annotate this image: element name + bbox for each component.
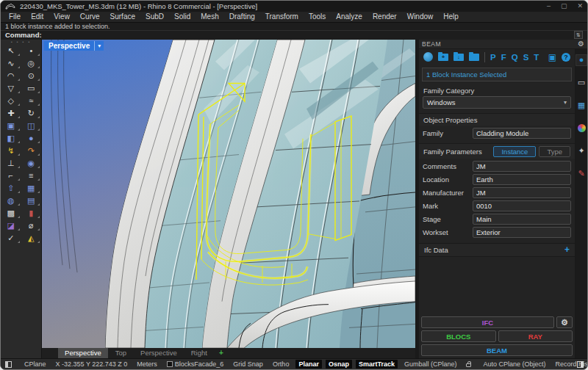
- boolean-icon[interactable]: ◉: [21, 157, 42, 170]
- cylinder-icon[interactable]: ◍: [1, 195, 21, 207]
- sphere-icon[interactable]: ●: [21, 132, 42, 145]
- viewport-tab[interactable]: Perspective: [58, 348, 108, 358]
- menu-item[interactable]: Help: [438, 12, 464, 22]
- parameter-input[interactable]: [473, 161, 571, 172]
- stairs-icon[interactable]: ▤: [21, 195, 42, 207]
- status-item[interactable]: Meters: [134, 360, 160, 369]
- beam-home-icon[interactable]: [423, 52, 433, 62]
- parameter-input[interactable]: [473, 187, 571, 198]
- viewport-tab[interactable]: Right: [184, 348, 214, 358]
- menu-item[interactable]: File: [4, 12, 26, 22]
- ifc-button[interactable]: IFC: [421, 316, 554, 328]
- point-icon[interactable]: •: [21, 45, 42, 57]
- menu-item[interactable]: Window: [402, 12, 439, 22]
- status-item[interactable]: Osnap: [326, 360, 352, 369]
- folder-icon[interactable]: [469, 54, 479, 61]
- extrude-icon[interactable]: ⇧: [1, 182, 21, 195]
- status-item[interactable]: [463, 360, 476, 368]
- material-icon[interactable]: ▮: [21, 207, 42, 220]
- panel-tab[interactable]: ✦: [576, 146, 587, 156]
- parameter-input[interactable]: [473, 200, 571, 211]
- panel-tab[interactable]: ●: [576, 55, 587, 65]
- beam-tool-letter-button[interactable]: P: [490, 53, 496, 62]
- cone-icon[interactable]: ◭: [21, 232, 42, 244]
- command-line[interactable]: Command: ⇅: [1, 30, 587, 40]
- mirror-icon[interactable]: ◫: [21, 120, 42, 132]
- close-button[interactable]: ✕: [577, 1, 583, 12]
- menu-item[interactable]: Render: [368, 12, 402, 22]
- command-history-spinner-icon[interactable]: ⇅: [574, 31, 583, 39]
- curve-icon[interactable]: ∿: [1, 57, 21, 70]
- menu-item[interactable]: Transform: [260, 12, 304, 22]
- joint-icon[interactable]: ⊥: [1, 157, 21, 170]
- panel-tab[interactable]: ▦: [576, 101, 587, 111]
- viewport-tab[interactable]: Perspective: [134, 348, 184, 358]
- ifc-settings-button[interactable]: ⚙: [556, 316, 573, 328]
- box-icon[interactable]: ◧: [1, 132, 21, 145]
- status-item[interactable]: X -32.355 Y 222.743 Z 0: [53, 360, 131, 369]
- menu-item[interactable]: Drafting: [224, 12, 260, 22]
- status-item[interactable]: Grid Snap: [230, 360, 266, 369]
- check-icon[interactable]: ✓: [1, 232, 21, 244]
- polyline-icon[interactable]: ▽: [1, 82, 21, 95]
- menu-item[interactable]: Mesh: [196, 12, 223, 22]
- command-prompt[interactable]: Command:: [5, 31, 42, 39]
- circle-icon[interactable]: ◎: [21, 57, 42, 70]
- help-icon[interactable]: ?: [562, 53, 570, 62]
- status-item[interactable]: Gumball (CPlane): [401, 360, 460, 369]
- instance-button[interactable]: Instance: [493, 146, 536, 157]
- beam-tool-letter-button[interactable]: S: [523, 53, 529, 62]
- panel-tab[interactable]: [576, 123, 587, 134]
- drill-icon[interactable]: ⌀: [21, 220, 42, 232]
- menu-item[interactable]: Solid: [169, 12, 196, 22]
- cplane-pane-icon[interactable]: [5, 361, 12, 368]
- add-ifc-data-button[interactable]: +: [564, 246, 570, 253]
- viewport-title-label[interactable]: Perspective: [44, 41, 94, 51]
- menu-item[interactable]: Edit: [26, 12, 49, 22]
- beam-tool-letter-button[interactable]: T: [534, 53, 539, 62]
- parameter-input[interactable]: [473, 227, 571, 238]
- status-item[interactable]: Ortho: [270, 360, 293, 369]
- freeform-icon[interactable]: ≈: [21, 95, 42, 107]
- menu-item[interactable]: SubD: [140, 12, 169, 22]
- select-arrow-icon[interactable]: ↖: [1, 45, 21, 57]
- family-category-select[interactable]: Windows ▾: [423, 96, 571, 109]
- viewport-title[interactable]: Perspective ▾: [44, 41, 104, 51]
- image-icon[interactable]: ▣: [548, 52, 556, 62]
- family-input[interactable]: [473, 128, 571, 139]
- beam-tool-letter-button[interactable]: F: [501, 53, 506, 62]
- bend-icon[interactable]: ↷: [21, 145, 42, 157]
- plane-icon[interactable]: ◪: [1, 220, 21, 232]
- pipe-icon[interactable]: ⌐: [1, 170, 21, 182]
- patch-icon[interactable]: ▦: [21, 182, 42, 195]
- panel-toggle-icon[interactable]: [577, 361, 584, 368]
- parameter-input[interactable]: [473, 174, 571, 185]
- offset-icon[interactable]: ≡: [21, 170, 42, 182]
- menu-item[interactable]: Surface: [105, 12, 140, 22]
- rectangle-icon[interactable]: ▭: [21, 82, 42, 95]
- ray-button[interactable]: RAY: [498, 330, 573, 342]
- viewport-canvas[interactable]: Perspective ▾: [42, 40, 415, 348]
- ellipse-icon[interactable]: ⊙: [21, 70, 42, 82]
- explode-icon[interactable]: ↯: [1, 145, 21, 157]
- arc-icon[interactable]: ◠: [1, 70, 21, 82]
- status-item[interactable]: BlocksFacade_6: [164, 360, 227, 369]
- panel-tab[interactable]: ✎: [576, 169, 587, 179]
- maximize-button[interactable]: ▢: [561, 1, 567, 12]
- beam-button[interactable]: BEAM: [421, 344, 573, 356]
- viewport-tab[interactable]: Top: [109, 348, 133, 358]
- add-viewport-tab-button[interactable]: +: [215, 348, 228, 358]
- rotate-icon[interactable]: ↻: [21, 107, 42, 120]
- status-item[interactable]: Auto CPlane (Object): [480, 360, 548, 369]
- type-button[interactable]: Type: [539, 146, 570, 157]
- status-item[interactable]: Planar: [295, 360, 322, 369]
- polygon-icon[interactable]: ◇: [1, 95, 21, 107]
- chevron-down-icon[interactable]: ▾: [94, 41, 104, 51]
- menu-item[interactable]: Curve: [75, 12, 105, 22]
- menu-item[interactable]: Tools: [304, 12, 331, 22]
- array-icon[interactable]: ▩: [1, 207, 21, 220]
- menu-item[interactable]: Analyze: [331, 12, 368, 22]
- blocs-button[interactable]: BLOCS: [421, 330, 496, 342]
- folder-icon[interactable]: ↓: [453, 54, 464, 61]
- status-item[interactable]: SmartTrack: [356, 360, 398, 369]
